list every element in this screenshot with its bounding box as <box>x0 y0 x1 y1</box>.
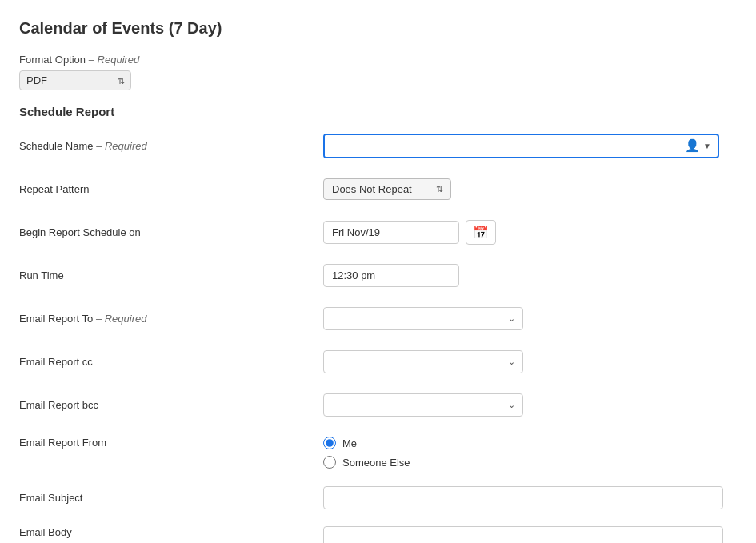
email-subject-label: Email Subject <box>19 492 323 504</box>
schedule-name-label: Schedule Name – Required <box>19 140 323 152</box>
repeat-pattern-row: Repeat Pattern Does Not Repeat Daily Wee… <box>19 174 737 203</box>
radio-me[interactable]: Me <box>323 437 410 449</box>
email-bcc-label: Email Report bcc <box>19 399 323 411</box>
calendar-icon: 📅 <box>473 225 489 240</box>
schedule-name-control: 👤 ▼ <box>323 134 737 158</box>
email-body-row: Email Body <box>19 526 737 543</box>
email-bcc-select-wrapper: ⌄ <box>323 393 523 417</box>
begin-schedule-input[interactable] <box>323 221 459 244</box>
schedule-name-row: Schedule Name – Required 👤 ▼ <box>19 131 737 160</box>
format-select[interactable]: PDF Excel CSV <box>19 70 131 90</box>
schedule-name-input[interactable] <box>325 135 678 157</box>
begin-schedule-control: 📅 <box>323 220 737 245</box>
page-title: Calendar of Events (7 Day) <box>19 19 737 38</box>
repeat-pattern-control: Does Not Repeat Daily Weekly Monthly ⇅ <box>323 178 737 200</box>
email-subject-row: Email Subject <box>19 483 737 512</box>
email-to-select-wrapper: ⌄ <box>323 307 523 330</box>
email-to-label: Email Report To – Required <box>19 313 323 325</box>
email-to-control: ⌄ <box>323 307 737 330</box>
radio-someone-else-input[interactable] <box>323 456 336 469</box>
run-time-input[interactable] <box>323 264 459 287</box>
email-subject-input[interactable] <box>323 486 723 509</box>
chevron-down-icon: ▼ <box>703 142 711 150</box>
radio-someone-else[interactable]: Someone Else <box>323 456 410 469</box>
email-to-row: Email Report To – Required ⌄ <box>19 304 737 333</box>
email-bcc-select[interactable] <box>323 393 523 417</box>
email-body-label: Email Body <box>19 526 323 538</box>
run-time-label: Run Time <box>19 270 323 281</box>
person-icon: 👤 <box>685 138 700 153</box>
repeat-pattern-select-wrapper: Does Not Repeat Daily Weekly Monthly ⇅ <box>323 178 451 200</box>
begin-schedule-row: Begin Report Schedule on 📅 <box>19 218 737 246</box>
radio-me-input[interactable] <box>323 437 336 449</box>
repeat-pattern-label: Repeat Pattern <box>19 183 323 195</box>
schedule-section-title: Schedule Report <box>19 105 737 118</box>
format-select-wrapper: PDF Excel CSV ⇅ <box>19 70 131 90</box>
email-cc-select[interactable] <box>323 350 523 373</box>
email-bcc-control: ⌄ <box>323 393 737 417</box>
email-body-control <box>323 526 737 543</box>
run-time-row: Run Time <box>19 261 737 289</box>
email-from-radio-group: Me Someone Else <box>323 437 410 469</box>
schedule-name-input-wrapper: 👤 ▼ <box>323 134 719 158</box>
email-body-textarea[interactable] <box>323 526 723 543</box>
calendar-icon-button[interactable]: 📅 <box>466 220 496 245</box>
email-cc-select-wrapper: ⌄ <box>323 350 523 373</box>
email-from-label: Email Report From <box>19 437 323 449</box>
email-cc-label: Email Report cc <box>19 356 323 368</box>
run-time-control <box>323 264 737 287</box>
email-bcc-row: Email Report bcc ⌄ <box>19 390 737 419</box>
email-from-row: Email Report From Me Someone Else <box>19 433 737 469</box>
repeat-pattern-select[interactable]: Does Not Repeat Daily Weekly Monthly <box>323 178 451 200</box>
begin-schedule-label: Begin Report Schedule on <box>19 226 323 238</box>
radio-someone-else-label: Someone Else <box>342 457 410 469</box>
radio-me-label: Me <box>342 437 357 449</box>
email-cc-control: ⌄ <box>323 350 737 373</box>
format-option-section: Format Option – Required PDF Excel CSV ⇅ <box>19 54 737 90</box>
email-to-select[interactable] <box>323 307 523 330</box>
email-from-control: Me Someone Else <box>323 437 737 469</box>
format-option-label: Format Option – Required <box>19 54 737 66</box>
email-cc-row: Email Report cc ⌄ <box>19 347 737 376</box>
person-icon-button[interactable]: 👤 ▼ <box>678 138 718 153</box>
schedule-report-section: Schedule Report Schedule Name – Required… <box>19 105 737 543</box>
email-subject-control <box>323 486 737 509</box>
